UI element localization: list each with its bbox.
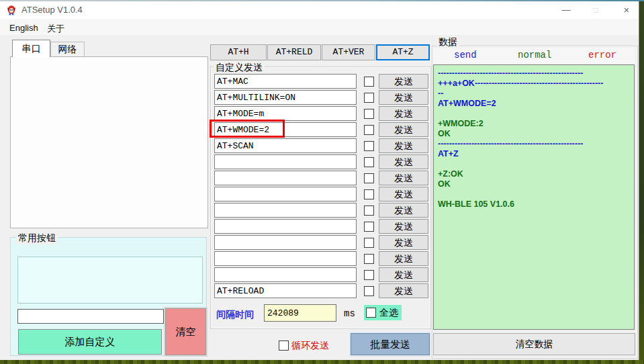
command-input[interactable] <box>214 235 357 250</box>
log-line: OK <box>438 129 633 139</box>
menu-about[interactable]: 关于 <box>44 21 67 36</box>
select-all-label: 全选 <box>379 307 398 319</box>
data-title: 数据 <box>436 36 459 48</box>
command-row: 发送 <box>214 267 428 282</box>
command-row: 发送 <box>214 106 428 121</box>
log-line: ----------------------------------------… <box>438 139 633 149</box>
log-line: OK <box>438 179 633 189</box>
at-reld-button[interactable]: AT+RELD <box>267 44 321 60</box>
row-checkbox[interactable] <box>364 189 374 199</box>
desktop-background <box>0 360 644 364</box>
command-input[interactable] <box>214 138 357 153</box>
add-custom-button[interactable]: 添加自定义 <box>18 329 162 355</box>
log-line: AT+WMODE=2 <box>438 99 633 109</box>
row-checkbox[interactable] <box>364 222 374 232</box>
command-row: 发送 <box>214 203 428 218</box>
send-button[interactable]: 发送 <box>379 267 428 282</box>
at-z-button[interactable]: AT+Z <box>376 44 430 60</box>
command-row: 发送 <box>214 171 428 185</box>
command-input[interactable] <box>214 283 357 298</box>
common-buttons-list[interactable] <box>17 257 203 304</box>
row-checkbox[interactable] <box>364 173 374 183</box>
log-line: AT+Z <box>438 149 633 159</box>
send-button[interactable]: 发送 <box>379 122 428 137</box>
loop-send-checkbox[interactable] <box>279 340 289 351</box>
send-button[interactable]: 发送 <box>379 138 428 153</box>
log-line: WH-BLE 105 V1.0.6 <box>438 199 633 210</box>
interval-unit: ms <box>344 308 355 319</box>
row-checkbox[interactable] <box>364 77 374 87</box>
custom-name-input[interactable] <box>17 309 164 324</box>
log-line <box>438 189 633 199</box>
command-input[interactable] <box>214 187 357 201</box>
row-checkbox[interactable] <box>364 270 374 280</box>
command-row: 发送 <box>214 219 428 234</box>
common-buttons-title: 常用按钮 <box>16 232 58 244</box>
tab-serial[interactable]: 串口 <box>12 40 50 57</box>
send-button[interactable]: 发送 <box>379 251 428 266</box>
row-checkbox[interactable] <box>364 206 374 216</box>
clear-common-button[interactable]: 清空 <box>165 308 206 355</box>
command-row: 发送 <box>214 235 428 250</box>
interval-label: 间隔时间 <box>216 309 254 321</box>
send-button[interactable]: 发送 <box>379 203 428 218</box>
send-button[interactable]: 发送 <box>379 171 428 185</box>
command-row: 发送 <box>214 251 428 266</box>
send-button[interactable]: 发送 <box>379 283 428 298</box>
send-button[interactable]: 发送 <box>379 219 428 234</box>
row-checkbox[interactable] <box>364 109 374 119</box>
command-input[interactable] <box>214 219 357 234</box>
select-all-checkbox[interactable] <box>366 308 376 318</box>
log-line: ----------------------------------------… <box>438 69 633 79</box>
log-line: +WMODE:2 <box>438 119 633 129</box>
log-line <box>438 159 633 169</box>
select-all-group: 全选 <box>364 305 402 320</box>
send-button[interactable]: 发送 <box>379 187 428 201</box>
titlebar: ATSetup V1.0.4 — □ × <box>0 1 639 19</box>
serial-tab-page <box>10 56 208 228</box>
at-ver-button[interactable]: AT+VER <box>322 44 375 60</box>
command-row: 发送 <box>214 90 428 105</box>
command-input[interactable] <box>214 106 357 121</box>
row-checkbox[interactable] <box>364 238 374 248</box>
row-checkbox[interactable] <box>364 286 374 296</box>
command-input[interactable] <box>214 267 357 282</box>
interval-input[interactable] <box>264 304 336 322</box>
send-button[interactable]: 发送 <box>379 235 428 250</box>
legend-normal: normal <box>518 50 551 60</box>
menu-english[interactable]: English <box>7 21 41 34</box>
row-checkbox[interactable] <box>364 254 374 264</box>
row-checkbox[interactable] <box>364 157 374 167</box>
command-input[interactable] <box>214 90 357 105</box>
command-input[interactable] <box>214 74 357 89</box>
command-row: 发送 <box>214 74 428 89</box>
send-button[interactable]: 发送 <box>379 106 428 121</box>
row-checkbox[interactable] <box>364 93 374 103</box>
legend-send: send <box>454 50 477 60</box>
command-input[interactable] <box>214 203 357 218</box>
command-input[interactable] <box>214 171 357 185</box>
maximize-button[interactable]: □ <box>584 1 607 19</box>
clear-data-button[interactable]: 清空数据 <box>433 333 635 355</box>
log-line <box>438 109 633 119</box>
tab-network[interactable]: 网络 <box>50 42 85 57</box>
custom-send-title: 自定义发送 <box>214 62 265 74</box>
command-row: 发送 <box>214 283 428 298</box>
at-h-button[interactable]: AT+H <box>210 44 267 60</box>
send-button[interactable]: 发送 <box>379 154 428 169</box>
batch-send-button[interactable]: 批量发送 <box>351 333 430 355</box>
send-button[interactable]: 发送 <box>379 74 428 89</box>
loop-send-label: 循环发送 <box>291 340 329 352</box>
row-checkbox[interactable] <box>364 141 374 151</box>
send-button[interactable]: 发送 <box>379 90 428 105</box>
data-log[interactable]: ----------------------------------------… <box>433 64 635 330</box>
row-checkbox[interactable] <box>364 125 374 135</box>
highlight-annotation <box>210 120 285 138</box>
command-input[interactable] <box>214 251 357 266</box>
close-button[interactable]: × <box>615 1 638 19</box>
custom-command-rows: 发送 发送 发送 发送 发送 发送 发送 发送 发送 发送 发送 发送 发送 发… <box>214 74 428 298</box>
command-input[interactable] <box>214 154 357 169</box>
command-row: 发送 <box>214 138 428 153</box>
log-line: +++a+OK---------------------------------… <box>438 79 633 89</box>
minimize-button[interactable]: — <box>555 1 578 19</box>
